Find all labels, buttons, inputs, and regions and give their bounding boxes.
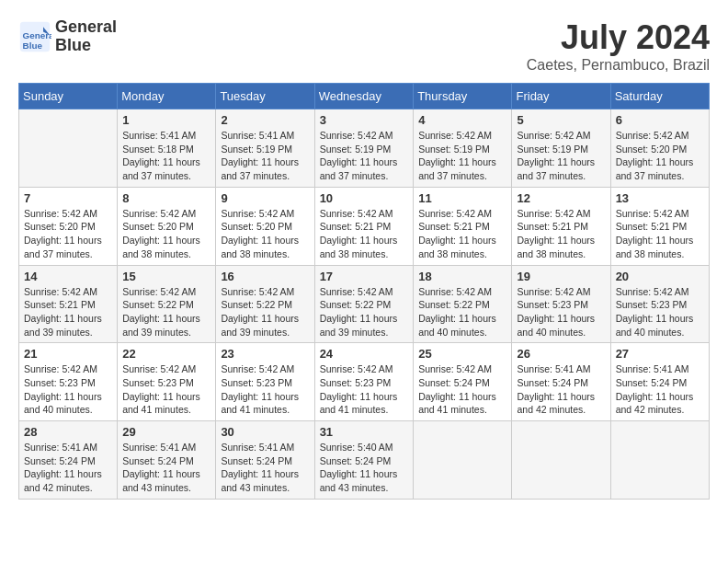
day-number: 20 <box>616 270 704 283</box>
day-of-week-header: Saturday <box>610 84 709 109</box>
day-info: Sunrise: 5:42 AM Sunset: 5:23 PM Dayligh… <box>517 285 605 339</box>
day-info: Sunrise: 5:41 AM Sunset: 5:24 PM Dayligh… <box>616 362 704 417</box>
day-number: 17 <box>320 270 409 283</box>
day-info: Sunrise: 5:42 AM Sunset: 5:20 PM Dayligh… <box>221 207 309 261</box>
day-info: Sunrise: 5:42 AM Sunset: 5:23 PM Dayligh… <box>616 285 704 339</box>
day-number: 27 <box>616 347 704 361</box>
calendar-week-row: 14Sunrise: 5:42 AM Sunset: 5:21 PM Dayli… <box>19 265 710 343</box>
svg-text:Blue: Blue <box>23 40 43 50</box>
calendar-cell: 30Sunrise: 5:41 AM Sunset: 5:24 PM Dayli… <box>216 421 314 500</box>
calendar-cell: 14Sunrise: 5:42 AM Sunset: 5:21 PM Dayli… <box>19 265 118 343</box>
day-info: Sunrise: 5:42 AM Sunset: 5:20 PM Dayligh… <box>616 129 704 183</box>
calendar-table: SundayMondayTuesdayWednesdayThursdayFrid… <box>18 83 710 500</box>
day-number: 24 <box>320 347 409 361</box>
svg-text:General: General <box>23 30 52 40</box>
calendar-cell: 28Sunrise: 5:41 AM Sunset: 5:24 PM Dayli… <box>19 421 118 500</box>
title-block: July 2024 Caetes, Pernambuco, Brazil <box>527 18 710 74</box>
day-info: Sunrise: 5:42 AM Sunset: 5:22 PM Dayligh… <box>221 285 309 339</box>
calendar-cell: 8Sunrise: 5:42 AM Sunset: 5:20 PM Daylig… <box>118 187 216 265</box>
day-of-week-header: Thursday <box>414 84 512 109</box>
day-number: 19 <box>517 270 605 283</box>
logo-icon: General Blue <box>18 20 51 53</box>
day-number: 5 <box>517 113 605 127</box>
day-number: 8 <box>122 191 210 205</box>
day-of-week-header: Sunday <box>19 84 118 109</box>
calendar-cell: 15Sunrise: 5:42 AM Sunset: 5:22 PM Dayli… <box>118 265 216 343</box>
calendar-cell: 10Sunrise: 5:42 AM Sunset: 5:21 PM Dayli… <box>314 187 414 265</box>
day-info: Sunrise: 5:42 AM Sunset: 5:23 PM Dayligh… <box>320 362 409 417</box>
day-number: 28 <box>24 425 112 439</box>
day-number: 7 <box>24 191 112 205</box>
calendar-cell: 18Sunrise: 5:42 AM Sunset: 5:22 PM Dayli… <box>414 265 512 343</box>
calendar-cell: 1Sunrise: 5:41 AM Sunset: 5:18 PM Daylig… <box>118 109 216 188</box>
day-info: Sunrise: 5:42 AM Sunset: 5:23 PM Dayligh… <box>24 362 112 417</box>
calendar-week-row: 1Sunrise: 5:41 AM Sunset: 5:18 PM Daylig… <box>19 109 710 188</box>
day-number: 13 <box>616 191 704 205</box>
calendar-cell: 4Sunrise: 5:42 AM Sunset: 5:19 PM Daylig… <box>414 109 512 188</box>
calendar-cell: 27Sunrise: 5:41 AM Sunset: 5:24 PM Dayli… <box>610 343 709 421</box>
calendar-cell: 9Sunrise: 5:42 AM Sunset: 5:20 PM Daylig… <box>216 187 314 265</box>
day-info: Sunrise: 5:42 AM Sunset: 5:19 PM Dayligh… <box>418 129 506 183</box>
calendar-cell: 17Sunrise: 5:42 AM Sunset: 5:22 PM Dayli… <box>314 265 414 343</box>
day-info: Sunrise: 5:42 AM Sunset: 5:21 PM Dayligh… <box>418 207 506 261</box>
day-number: 29 <box>122 425 210 439</box>
day-info: Sunrise: 5:41 AM Sunset: 5:24 PM Dayligh… <box>24 441 112 495</box>
day-info: Sunrise: 5:41 AM Sunset: 5:19 PM Dayligh… <box>221 129 309 183</box>
logo: General Blue General Blue <box>18 18 117 55</box>
day-info: Sunrise: 5:41 AM Sunset: 5:18 PM Dayligh… <box>122 129 210 183</box>
day-of-week-header: Tuesday <box>216 84 314 109</box>
day-number: 2 <box>221 113 309 127</box>
day-info: Sunrise: 5:42 AM Sunset: 5:20 PM Dayligh… <box>122 207 210 261</box>
day-info: Sunrise: 5:42 AM Sunset: 5:20 PM Dayligh… <box>24 207 112 261</box>
logo-name1: General <box>55 18 117 37</box>
day-number: 30 <box>221 425 309 439</box>
location: Caetes, Pernambuco, Brazil <box>527 57 710 74</box>
day-number: 16 <box>221 270 309 283</box>
day-info: Sunrise: 5:42 AM Sunset: 5:22 PM Dayligh… <box>320 285 409 339</box>
day-number: 15 <box>122 270 210 283</box>
day-info: Sunrise: 5:41 AM Sunset: 5:24 PM Dayligh… <box>517 362 605 417</box>
calendar-cell: 20Sunrise: 5:42 AM Sunset: 5:23 PM Dayli… <box>610 265 709 343</box>
day-of-week-header: Monday <box>118 84 216 109</box>
day-number: 10 <box>320 191 409 205</box>
day-of-week-header: Friday <box>512 84 610 109</box>
month-year: July 2024 <box>527 18 710 57</box>
calendar-cell: 5Sunrise: 5:42 AM Sunset: 5:19 PM Daylig… <box>512 109 610 188</box>
calendar-week-row: 7Sunrise: 5:42 AM Sunset: 5:20 PM Daylig… <box>19 187 710 265</box>
calendar-cell: 16Sunrise: 5:42 AM Sunset: 5:22 PM Dayli… <box>216 265 314 343</box>
day-number: 9 <box>221 191 309 205</box>
day-number: 4 <box>418 113 506 127</box>
calendar-cell: 25Sunrise: 5:42 AM Sunset: 5:24 PM Dayli… <box>414 343 512 421</box>
day-info: Sunrise: 5:41 AM Sunset: 5:24 PM Dayligh… <box>122 441 210 495</box>
calendar-cell <box>19 109 118 188</box>
calendar-header-row: SundayMondayTuesdayWednesdayThursdayFrid… <box>19 84 710 109</box>
day-info: Sunrise: 5:42 AM Sunset: 5:19 PM Dayligh… <box>320 129 409 183</box>
calendar-cell: 13Sunrise: 5:42 AM Sunset: 5:21 PM Dayli… <box>610 187 709 265</box>
day-info: Sunrise: 5:42 AM Sunset: 5:21 PM Dayligh… <box>24 285 112 339</box>
calendar-cell: 2Sunrise: 5:41 AM Sunset: 5:19 PM Daylig… <box>216 109 314 188</box>
day-info: Sunrise: 5:42 AM Sunset: 5:23 PM Dayligh… <box>221 362 309 417</box>
day-info: Sunrise: 5:42 AM Sunset: 5:19 PM Dayligh… <box>517 129 605 183</box>
day-info: Sunrise: 5:42 AM Sunset: 5:23 PM Dayligh… <box>122 362 210 417</box>
calendar-cell: 19Sunrise: 5:42 AM Sunset: 5:23 PM Dayli… <box>512 265 610 343</box>
day-info: Sunrise: 5:42 AM Sunset: 5:24 PM Dayligh… <box>418 362 506 417</box>
day-info: Sunrise: 5:42 AM Sunset: 5:22 PM Dayligh… <box>418 285 506 339</box>
calendar-body: 1Sunrise: 5:41 AM Sunset: 5:18 PM Daylig… <box>19 109 710 500</box>
logo-name2: Blue <box>55 37 117 55</box>
logo-text: General Blue <box>55 18 117 55</box>
day-number: 23 <box>221 347 309 361</box>
calendar-cell: 12Sunrise: 5:42 AM Sunset: 5:21 PM Dayli… <box>512 187 610 265</box>
day-info: Sunrise: 5:42 AM Sunset: 5:21 PM Dayligh… <box>517 207 605 261</box>
calendar-cell <box>610 421 709 500</box>
day-number: 12 <box>517 191 605 205</box>
calendar-cell <box>512 421 610 500</box>
calendar-cell: 23Sunrise: 5:42 AM Sunset: 5:23 PM Dayli… <box>216 343 314 421</box>
calendar-cell: 11Sunrise: 5:42 AM Sunset: 5:21 PM Dayli… <box>414 187 512 265</box>
day-number: 21 <box>24 347 112 361</box>
day-number: 3 <box>320 113 409 127</box>
calendar-week-row: 21Sunrise: 5:42 AM Sunset: 5:23 PM Dayli… <box>19 343 710 421</box>
day-number: 18 <box>418 270 506 283</box>
day-info: Sunrise: 5:42 AM Sunset: 5:21 PM Dayligh… <box>320 207 409 261</box>
day-info: Sunrise: 5:42 AM Sunset: 5:22 PM Dayligh… <box>122 285 210 339</box>
calendar-cell: 6Sunrise: 5:42 AM Sunset: 5:20 PM Daylig… <box>610 109 709 188</box>
